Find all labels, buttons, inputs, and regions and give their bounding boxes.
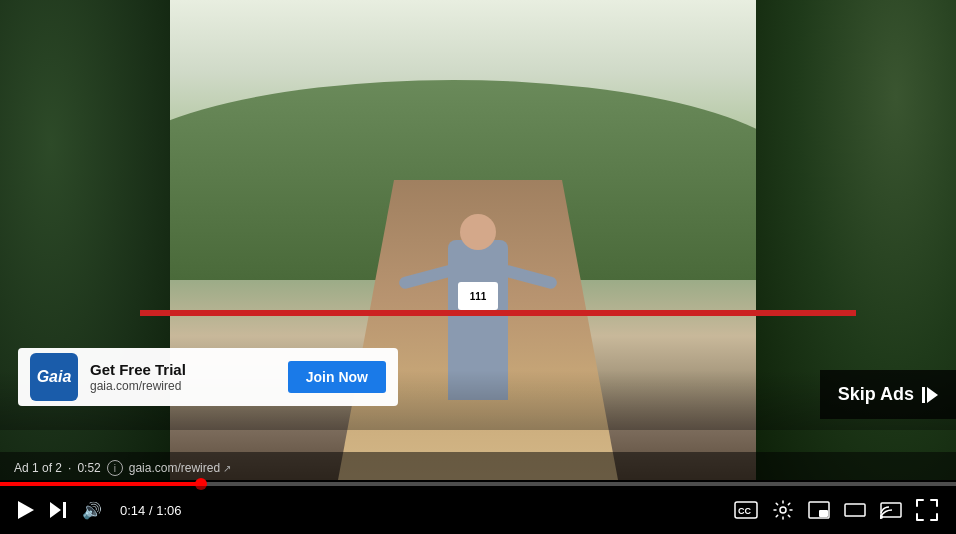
next-bar bbox=[63, 502, 66, 518]
runner-bib: 111 bbox=[458, 282, 498, 310]
fullscreen-icon bbox=[916, 499, 938, 521]
play-button[interactable] bbox=[12, 497, 40, 523]
ad-website-link[interactable]: gaia.com/rewired ↗ bbox=[129, 461, 231, 475]
skip-ads-button[interactable]: Skip Ads bbox=[820, 370, 956, 419]
total-time: 1:06 bbox=[156, 503, 181, 518]
finish-ribbon bbox=[140, 310, 856, 316]
svg-text:CC: CC bbox=[738, 506, 751, 516]
ad-counter-label: Ad 1 of 2 bbox=[14, 461, 62, 475]
next-icon bbox=[50, 502, 66, 518]
miniplayer-button[interactable] bbox=[802, 497, 836, 523]
join-now-button[interactable]: Join Now bbox=[288, 361, 386, 393]
ad-logo: Gaia bbox=[30, 353, 78, 401]
ad-time-remaining: 0:52 bbox=[77, 461, 100, 475]
fullscreen-button[interactable] bbox=[910, 495, 944, 525]
theater-button[interactable] bbox=[838, 497, 872, 523]
svg-point-2 bbox=[780, 507, 786, 513]
current-time: 0:14 bbox=[120, 503, 145, 518]
settings-icon bbox=[772, 499, 794, 521]
miniplayer-icon bbox=[808, 501, 830, 519]
ad-website-text: gaia.com/rewired bbox=[129, 461, 220, 475]
ad-separator: · bbox=[68, 461, 71, 475]
cast-icon bbox=[880, 501, 902, 519]
next-button[interactable] bbox=[44, 498, 72, 522]
next-triangle bbox=[50, 502, 61, 518]
video-background: 111 bbox=[0, 0, 956, 480]
theater-icon bbox=[844, 501, 866, 519]
svg-point-7 bbox=[880, 515, 883, 519]
runner-figure: 111 bbox=[398, 120, 558, 400]
time-display: 0:14 / 1:06 bbox=[112, 503, 189, 518]
skip-triangle-icon bbox=[927, 387, 938, 403]
settings-button[interactable] bbox=[766, 495, 800, 525]
cast-button[interactable] bbox=[874, 497, 908, 523]
controls-bar: 🔊 0:14 / 1:06 CC bbox=[0, 486, 956, 534]
svg-rect-4 bbox=[819, 510, 828, 517]
volume-button[interactable]: 🔊 bbox=[76, 497, 108, 524]
external-link-icon: ↗ bbox=[223, 463, 231, 474]
ad-info-bar: Ad 1 of 2 · 0:52 i gaia.com/rewired ↗ bbox=[0, 452, 956, 484]
cc-button[interactable]: CC bbox=[728, 497, 764, 523]
ad-text-block: Get Free Trial gaia.com/rewired bbox=[90, 361, 276, 393]
skip-ads-label: Skip Ads bbox=[838, 384, 914, 405]
ad-title: Get Free Trial bbox=[90, 361, 276, 379]
volume-icon: 🔊 bbox=[82, 501, 102, 520]
ad-banner: Gaia Get Free Trial gaia.com/rewired Joi… bbox=[18, 348, 398, 406]
right-controls: CC bbox=[728, 495, 944, 525]
skip-bar-icon bbox=[922, 387, 925, 403]
play-icon bbox=[18, 501, 34, 519]
svg-rect-5 bbox=[845, 504, 865, 516]
ad-url: gaia.com/rewired bbox=[90, 379, 276, 393]
runner-head bbox=[460, 214, 496, 250]
info-icon[interactable]: i bbox=[107, 460, 123, 476]
cc-icon: CC bbox=[734, 501, 758, 519]
